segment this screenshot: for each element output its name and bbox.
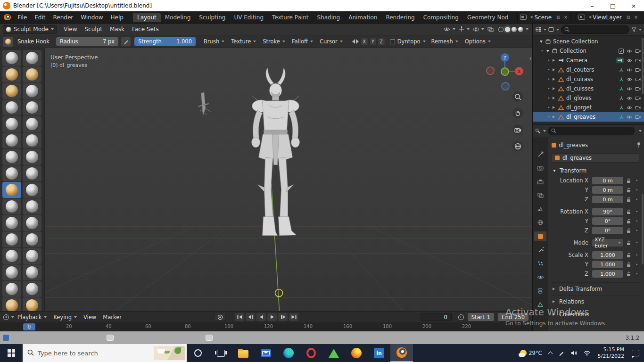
tab-tool[interactable] [534,149,546,159]
next-keyframe-button[interactable] [278,313,288,321]
tab-particles[interactable] [534,259,546,268]
menu-render[interactable]: Render [50,11,77,23]
brush-simplify[interactable] [23,248,41,264]
hide-eye-icon[interactable] [627,68,632,72]
hide-eye-icon[interactable] [627,77,632,82]
network-icon[interactable] [581,351,593,356]
tab-object[interactable] [534,231,546,241]
animate-decorator-dot[interactable]: • [636,228,638,233]
edge-button[interactable] [277,344,300,362]
brush-pose[interactable] [23,198,41,214]
object-data-icon[interactable] [619,115,624,119]
brush-draw-sharp[interactable] [23,50,41,66]
expand-icon[interactable] [553,106,555,109]
sidebar-collapse-arrow[interactable]: ‹ [529,55,532,62]
properties-options-caret[interactable] [639,130,642,132]
timeline-ruler[interactable]: 0 020406080100120140160180200220 [0,322,532,331]
brush-crease[interactable] [2,116,21,132]
outliner-scrollbar[interactable] [642,38,644,94]
expand-icon[interactable] [553,59,555,62]
breadcrumb-object-name[interactable]: dl_greaves [559,142,588,148]
brush-blob[interactable] [23,99,41,115]
brush-thumb[interactable] [2,198,21,214]
ortho-toggle-icon[interactable] [512,141,523,151]
animate-decorator-dot[interactable]: • [636,272,638,276]
object-data-icon[interactable] [619,77,624,82]
navigation-gizmo[interactable]: Z X [486,51,525,91]
task-view-button[interactable] [209,344,232,362]
tab-animation[interactable]: Animation [344,13,381,22]
maximize-button[interactable]: □ [603,0,623,11]
hide-eye-icon[interactable] [627,115,632,119]
outliner-item-dl-couters[interactable]: •dl_couters [533,65,644,74]
animate-decorator-dot[interactable]: • [636,262,638,267]
viewport-menu-view[interactable]: View [60,24,81,35]
brush-rotate[interactable] [23,215,41,231]
hidden-icons-chevron[interactable] [546,351,555,355]
frame-start-field[interactable]: Start 1 [468,313,494,321]
gizmo-minus-z-ball[interactable] [502,82,509,90]
playback-sync-icon[interactable] [458,314,464,320]
properties-editor-icon[interactable] [535,128,546,134]
timeline-editor-icon[interactable] [3,314,14,320]
animate-decorator-dot[interactable]: • [636,197,638,202]
wireframe-shading-icon[interactable] [498,27,504,32]
disable-render-icon[interactable] [635,106,641,110]
pressure-radius-icon[interactable] [121,37,131,46]
brush-inflate[interactable] [2,99,21,115]
outliner-item-dl-gorget[interactable]: •dl_gorget [533,103,644,112]
shading-modes[interactable] [497,27,528,32]
brush-smear[interactable] [23,297,41,311]
brush-clay-thumb[interactable] [2,83,21,99]
transform-value-field[interactable]: 90° [592,208,623,215]
firefox-button[interactable] [345,344,368,362]
transform-value-field[interactable]: 0 m [592,177,623,184]
popover-brush[interactable]: Brush [200,38,228,45]
outliner-item-dl-greaves[interactable]: •dl_greaves [533,112,644,122]
tab-compositing[interactable]: Compositing [419,13,463,22]
brush-draw[interactable] [2,50,21,66]
transform-value-field[interactable]: 1.000 [592,261,623,268]
outliner-search-input[interactable] [561,25,629,34]
blender-taskbar-button[interactable] [390,344,413,362]
animate-decorator-dot[interactable]: • [636,253,638,257]
brush-clay[interactable] [2,66,21,82]
animate-decorator-dot[interactable]: • [636,219,638,223]
scene-selector[interactable]: Scene ⧉ × [517,13,571,22]
radius-slider[interactable]: Radius 7 px [56,37,118,46]
hide-eye-icon[interactable] [627,49,632,53]
brush-nudge[interactable] [2,215,21,231]
tab-world[interactable] [534,218,546,227]
options-label[interactable]: Options [465,38,486,45]
popover-falloff[interactable]: Falloff [289,38,316,45]
outliner-editor-icon[interactable] [535,27,546,32]
menu-window[interactable]: Window [77,11,107,23]
transform-value-field[interactable]: 0° [592,227,623,234]
brush-multires-smear[interactable] [23,281,41,297]
close-button[interactable]: × [623,0,644,11]
menu-file[interactable]: File [14,11,31,23]
play-triangle-button[interactable] [322,344,345,362]
transform-value-field[interactable]: 0° [592,217,623,225]
outliner-item-dl-cuirass[interactable]: •dl_cuirass [533,74,644,84]
mode-selector[interactable]: Sculpt Mode [3,25,57,34]
new-viewlayer-icon[interactable]: ⧉ [625,15,632,20]
mirror-z-toggle[interactable]: Z [378,38,385,45]
outliner-filter-icon[interactable] [631,27,642,32]
play-reverse-button[interactable] [256,313,266,321]
tab-output[interactable] [534,177,546,186]
properties-scrollbar[interactable] [642,194,644,264]
hide-eye-icon[interactable] [627,96,632,100]
animate-decorator-dot[interactable]: • [636,178,638,183]
animate-decorator-dot[interactable]: • [636,188,638,192]
popover-cursor[interactable]: Cursor [316,38,346,45]
brush-flatten[interactable] [2,132,21,148]
zoom-icon[interactable] [512,91,523,102]
lock-icon[interactable] [627,272,631,277]
lock-icon[interactable] [627,240,631,246]
object-data-icon[interactable] [619,86,624,91]
search-highlight-image[interactable] [154,346,185,360]
notification-center-button[interactable] [629,350,642,356]
play-button[interactable] [267,313,277,321]
brush-pinch[interactable] [2,165,21,181]
